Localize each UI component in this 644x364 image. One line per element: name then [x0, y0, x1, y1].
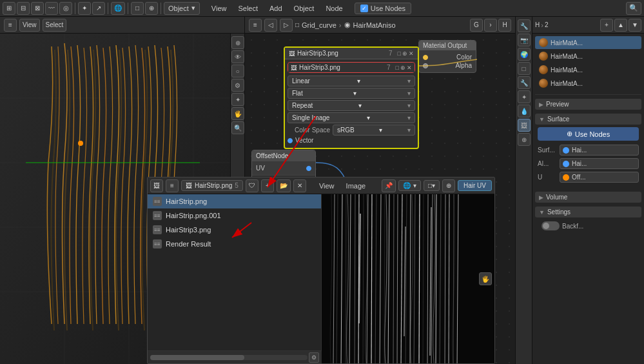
toolbar-btn-4[interactable]: 〰 — [45, 2, 58, 15]
toolbar-btn-3[interactable]: ⊠ — [31, 2, 44, 15]
ne-nav-btn[interactable]: G — [470, 19, 483, 32]
surface-header[interactable]: ▼ Surface — [535, 114, 641, 125]
ie-fake-user[interactable]: 🛡 — [246, 179, 259, 192]
alpha-socket[interactable] — [423, 63, 428, 68]
props-scroll-dn[interactable]: ▼ — [629, 19, 641, 32]
props-icon-tool[interactable]: 🔧 — [518, 19, 531, 32]
tex-btn-2[interactable]: ⊕ — [402, 50, 407, 57]
extension-dropdown[interactable]: Flat ▾ — [288, 88, 415, 99]
toolbar-btn-5[interactable]: ◎ — [59, 2, 72, 15]
image-list-item-0[interactable]: ≡≡ HairStrip.png — [148, 194, 321, 208]
props-icon-data[interactable]: ⊕ — [518, 133, 531, 146]
props-icon-object[interactable]: □ — [518, 62, 531, 75]
color-socket[interactable] — [423, 55, 428, 60]
extension-value: Flat — [292, 90, 303, 97]
source-dropdown[interactable]: Single Image ▾ — [288, 112, 415, 123]
toolbar-btn-1[interactable]: ⊞ — [3, 2, 15, 15]
ie-display-btn[interactable]: □▾ — [424, 180, 440, 191]
u-value-btn[interactable]: Off... — [560, 172, 639, 183]
ie-new-btn[interactable]: + — [261, 179, 274, 192]
inner-close[interactable]: ✕ — [407, 65, 412, 71]
ie-image-selector[interactable]: 🖼 HairStrip.png 5 — [181, 180, 243, 191]
vector-socket[interactable] — [288, 138, 293, 143]
object-dropdown[interactable]: Object ▾ — [164, 2, 200, 15]
viewport-select-btn[interactable]: Select — [43, 19, 67, 32]
ie-open-btn[interactable]: 📂 — [277, 179, 291, 192]
backf-toggle[interactable] — [542, 221, 560, 230]
ie-close-btn[interactable]: ✕ — [293, 179, 306, 192]
ie-uv-selector[interactable]: 🌐 ▾ — [398, 180, 421, 191]
ne-arrow-left[interactable]: ◁ — [264, 19, 277, 32]
breadcrumb-hair-mat[interactable]: HairMatAniso — [353, 21, 396, 29]
viewport-icon-5[interactable]: ✦ — [231, 93, 244, 106]
inner-btn-1[interactable]: □ — [396, 65, 399, 71]
ie-hair-uv-label[interactable]: Hair UV — [458, 180, 492, 191]
repeat-dropdown[interactable]: Repeat ▾ — [288, 100, 415, 111]
menu-object[interactable]: Object — [289, 3, 320, 14]
offset-uv-socket[interactable] — [306, 166, 311, 171]
viewport-icon-2[interactable]: 👁 — [231, 50, 244, 63]
al-value-btn[interactable]: Hai... — [560, 158, 639, 169]
mat-item-0[interactable]: HairMatA... — [535, 36, 641, 49]
viewport-icon-7[interactable]: 🔍 — [231, 121, 244, 134]
viewport-menu-btn[interactable]: ≡ — [4, 19, 17, 32]
inner-btn-2[interactable]: ⊕ — [400, 65, 405, 71]
preview-header[interactable]: ▶ Preview — [535, 99, 641, 110]
colorspace-label: Color Space — [288, 126, 333, 134]
toolbar-btn-8[interactable]: 🌐 — [111, 2, 125, 15]
ie-menu-btn[interactable]: ≡ — [166, 179, 179, 192]
volume-header[interactable]: ▶ Volume — [535, 192, 641, 203]
mat-item-2[interactable]: HairMatA... — [535, 63, 641, 76]
ie-menu-view[interactable]: View — [314, 181, 340, 191]
toolbar-btn-10[interactable]: ⊕ — [145, 2, 158, 15]
toolbar-btn-9[interactable]: □ — [131, 2, 144, 15]
menu-node[interactable]: Node — [320, 3, 347, 14]
search-button[interactable]: 🔍 — [626, 2, 641, 15]
image-list-scrollbar[interactable] — [150, 355, 307, 360]
props-add-btn[interactable]: + — [600, 19, 613, 32]
viewport-view-btn[interactable]: View — [19, 19, 40, 32]
settings-header[interactable]: ▼ Settings — [535, 207, 641, 217]
props-icon-material[interactable]: 🖼 — [518, 119, 531, 132]
menu-add[interactable]: Add — [264, 3, 288, 14]
tex-close[interactable]: ✕ — [409, 50, 414, 57]
props-icon-scene[interactable]: 📷 — [518, 34, 531, 46]
ie-type-btn[interactable]: 🖼 — [150, 179, 163, 192]
menu-select[interactable]: Select — [233, 3, 263, 14]
ne-arrow-right[interactable]: ▷ — [280, 19, 293, 32]
viewport-icon-4[interactable]: ⚙ — [231, 79, 244, 92]
props-icon-world[interactable]: 🌍 — [518, 48, 531, 61]
image-list-item-2[interactable]: ≡≡ HairStrip3.png — [148, 223, 321, 237]
ie-menu-image[interactable]: Image — [341, 181, 371, 191]
tex-btn-1[interactable]: □ — [398, 50, 401, 57]
image-list-item-1[interactable]: ≡≡ HairStrip.png.001 — [148, 208, 321, 223]
surface-use-nodes-btn[interactable]: ⊕ Use Nodes — [538, 127, 639, 141]
viewport-icon-1[interactable]: ⊕ — [231, 36, 244, 49]
props-icon-modifier[interactable]: 🔧 — [518, 76, 531, 89]
ne-menu-btn[interactable]: ≡ — [249, 19, 262, 32]
viewport-icon-6[interactable]: 🖐 — [231, 107, 244, 120]
surf-label: Surf... — [538, 147, 557, 154]
ie-overlay-btn[interactable]: ⊕ — [442, 179, 455, 192]
viewport-icon-3[interactable]: ○ — [231, 65, 244, 77]
breadcrumb-grid-curve[interactable]: Grid_curve — [302, 21, 337, 29]
props-scroll-up[interactable]: ▲ — [614, 19, 627, 32]
image-preview[interactable]: 🖐 — [322, 194, 494, 363]
ie-pin-btn[interactable]: 📌 — [382, 179, 396, 192]
props-icon-particles[interactable]: ✦ — [518, 90, 531, 103]
mat-item-3[interactable]: HairMatA... — [535, 77, 641, 90]
surf-value-btn[interactable]: Hai... — [560, 145, 639, 156]
toolbar-btn-2[interactable]: ⊟ — [17, 2, 30, 15]
colorspace-dropdown[interactable]: sRGB ▾ — [333, 125, 415, 136]
interpolation-dropdown[interactable]: Linear ▾ — [288, 76, 415, 86]
menu-view[interactable]: View — [206, 3, 232, 14]
props-icon-physics[interactable]: 💧 — [518, 105, 531, 117]
mat-item-1[interactable]: HairMatA... — [535, 50, 641, 63]
toolbar-btn-6[interactable]: ✦ — [78, 2, 91, 15]
list-footer-btn[interactable]: ⚙ — [309, 352, 319, 363]
use-nodes-toggle[interactable]: ✓ Use Nodes — [355, 3, 411, 14]
image-list-item-3[interactable]: ≡≡ Render Result — [148, 237, 321, 251]
ne-h-btn[interactable]: H — [498, 19, 511, 32]
preview-pan-btn[interactable]: 🖐 — [479, 272, 492, 285]
toolbar-btn-7[interactable]: ↗ — [92, 2, 105, 15]
